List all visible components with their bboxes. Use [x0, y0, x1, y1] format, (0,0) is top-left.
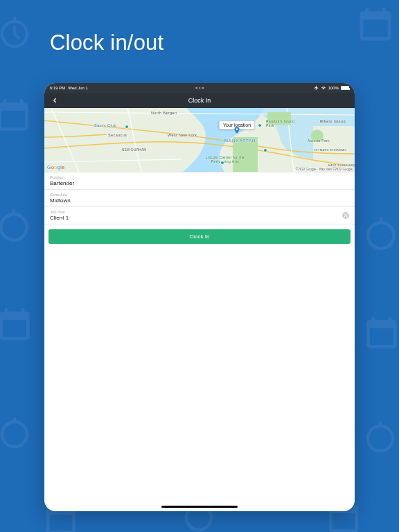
page-title: Clock in/out: [50, 30, 163, 55]
schedule-row[interactable]: Schedule Midtown: [44, 190, 355, 207]
status-time: 6:19 PM: [50, 86, 65, 90]
action-area: Clock In: [44, 224, 355, 248]
battery-pct: 100%: [328, 86, 339, 90]
form-area: Position Bartender Schedule Midtown Job …: [44, 172, 355, 224]
schedule-value: Midtown: [50, 197, 349, 204]
nav-title: Clock In: [188, 97, 211, 104]
poi-icon: [220, 161, 224, 165]
chevron-left-icon: [51, 96, 58, 105]
map-label-ditmars: DITMARS STEINWAY: [314, 148, 346, 152]
status-bar: 6:19 PM Wed Jun 1 100%: [44, 83, 355, 93]
device-frame: 6:19 PM Wed Jun 1 100% Clock In: [44, 83, 355, 511]
poi-icon: [263, 148, 267, 152]
position-value: Bartender: [50, 180, 349, 186]
close-icon: [344, 213, 348, 218]
google-logo-icon: Google: [47, 165, 64, 170]
schedule-label: Schedule: [50, 193, 349, 197]
airplane-icon: [314, 85, 319, 91]
clear-job-site-button[interactable]: [342, 212, 349, 219]
map-label-secaucus: Secaucus: [108, 133, 127, 137]
map-label-rikers: Rikers Island: [320, 119, 346, 123]
poi-icon: [125, 125, 129, 129]
position-label: Position: [50, 175, 349, 179]
wifi-icon: [321, 85, 326, 91]
back-button[interactable]: [47, 93, 62, 108]
map-label-astoria-park: Astoria Park: [308, 139, 330, 143]
multitask-dots-icon: [195, 87, 204, 89]
nav-bar: Clock In: [44, 93, 355, 108]
map-label-east-elmhurst: EAST ELMHURST: [328, 163, 355, 167]
home-indicator[interactable]: [161, 506, 238, 508]
location-callout: Your location: [219, 121, 255, 130]
job-site-label: Job Site: [50, 210, 349, 214]
poi-icon: [258, 123, 262, 127]
battery-icon: [341, 86, 349, 90]
map-attribution: ©2022 Google - Map data ©2022 Google: [295, 168, 353, 171]
map-label-sams-club: Sam's Club: [94, 123, 116, 127]
position-row[interactable]: Position Bartender: [44, 172, 355, 190]
map-label-lincoln-center: Lincoln Center for the Performing Arts: [201, 155, 249, 163]
map-label-north-bergen: North Bergen: [151, 111, 177, 115]
status-date: Wed Jun 1: [68, 86, 88, 90]
map-label-new-durham: NEW DURHAM: [122, 148, 147, 152]
map-label-west-new-york: West New York: [168, 133, 197, 137]
job-site-row[interactable]: Job Site Client 1: [44, 207, 355, 224]
map-label-randalls: Randall's Island Park: [266, 119, 302, 127]
map[interactable]: North Bergen Secaucus West New York NEW …: [44, 108, 355, 172]
clock-in-button[interactable]: Clock In: [48, 229, 351, 244]
map-label-manhattan: MANHATTAN: [224, 139, 256, 143]
job-site-value: Client 1: [50, 215, 349, 221]
